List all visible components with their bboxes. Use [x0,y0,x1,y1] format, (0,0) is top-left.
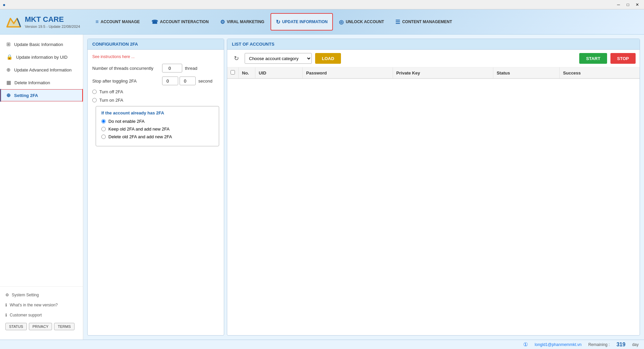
nav-label-content-management: CONTENT MANAGEMENT [402,19,452,24]
radio-delete-old[interactable] [101,135,106,139]
radio-turn-on-2fa[interactable] [92,98,97,102]
conditional-box: If the account already has 2FA Do not en… [96,106,219,146]
keep-old-label: Keep old 2FA and add new 2FA [108,127,169,132]
see-instructions-link[interactable]: See instructions here ... [92,54,219,59]
threads-spinner [162,64,182,72]
customer-support-icon: ℹ [5,313,7,317]
setting-2fa-icon: ⊕ [6,92,11,98]
load-button[interactable]: LOAD [315,53,341,64]
main-content: ⊞ Update Basic Information 🔒 Update info… [0,35,644,340]
nav-item-content-management[interactable]: ☰ CONTENT MANAGEMENT [390,13,457,31]
sidebar-bottom: ⚙ System Setting ℹ What's in the new ver… [0,286,83,336]
list-panel-toolbar: ↻ Choose account category LOAD START STO… [227,50,640,67]
app-container: MKT CARE Version 19.5 - Update 22/08/202… [0,9,644,349]
radio-on-row: Turn on 2FA [92,98,219,103]
minimize-button[interactable]: ─ [614,1,623,8]
sidebar-label-delete-info: Delete Information [14,80,50,85]
sidebar-item-update-advanced[interactable]: ⊕ Update Advanced Information [0,63,83,76]
table-header-row: No. UID Password Private Key Status Succ… [227,67,640,79]
threads-input[interactable] [162,64,182,72]
table-head: No. UID Password Private Key Status Succ… [227,67,640,79]
radio-turn-off-2fa[interactable] [92,90,97,94]
threads-label: Number of threads concurrently [92,66,159,71]
right-content: CONFIGURATION 2FA See instructions here … [83,35,644,340]
stop-label: Stop after toggling 2FA [92,79,159,84]
radio-off-row: Turn off 2FA [92,89,219,94]
sidebar-item-system-setting[interactable]: ⚙ System Setting [0,290,83,300]
stop-row: Stop after toggling 2FA second [92,77,219,85]
sidebar-item-whats-new[interactable]: ℹ What's in the new version? [0,300,83,310]
refresh-button[interactable]: ↻ [231,53,241,63]
update-information-icon: ↻ [276,19,280,25]
logo-text: MKT CARE [25,15,80,24]
start-button[interactable]: START [579,53,607,64]
version-text: Version 19.5 - Update 22/08/2024 [25,24,80,29]
conditional-option-2: Keep old 2FA and add new 2FA [101,127,213,132]
nav-label-account-interaction: ACCOUNT INTERACTION [160,19,209,24]
sidebar-label-setting-2fa: Setting 2FA [14,93,38,98]
nav-label-unlock-account: UNLOCK ACCOUNT [346,19,384,24]
status-button[interactable]: STATUS [5,323,27,330]
conditional-option-1: Do not enable 2FA [101,119,213,124]
category-select[interactable]: Choose account category [245,53,312,64]
status-header: Status [493,67,559,79]
stop-inputs [162,77,196,85]
app-icon: ● [3,2,5,7]
sidebar-item-delete-info[interactable]: ▦ Delete Information [0,76,83,89]
stop-input2[interactable] [180,77,196,85]
conditional-option-3: Delete old 2FA and add new 2FA [101,134,213,139]
privacy-button[interactable]: PRIVACY [29,323,52,330]
customer-support-label: Customer support [10,313,42,317]
sidebar-item-setting-2fa[interactable]: ⊕ Setting 2FA [0,89,83,102]
update-advanced-icon: ⊕ [6,67,11,73]
stop-input1[interactable] [162,77,178,85]
unlock-account-icon: ◎ [339,19,344,25]
sidebar-item-customer-support[interactable]: ℹ Customer support [0,310,83,320]
sidebar-label-update-basic: Update Basic Information [14,42,63,47]
radio-off-label: Turn off 2FA [99,89,123,94]
list-panel-header: LIST OF ACCOUNTS [227,39,640,50]
sidebar-item-update-basic[interactable]: ⊞ Update Basic Information [0,38,83,51]
viral-marketing-icon: ⚙ [220,19,225,25]
delete-old-label: Delete old 2FA and add new 2FA [108,134,172,139]
top-nav: ≡ ACCOUNT MANAGE ☎ ACCOUNT INTERACTION ⚙… [90,13,458,31]
select-all-checkbox[interactable] [231,70,235,74]
nav-label-account-manage: ACCOUNT MANAGE [101,19,140,24]
account-interaction-icon: ☎ [151,19,158,25]
system-setting-label: System Setting [12,293,39,297]
content-management-icon: ☰ [395,19,400,25]
list-panel-title: LIST OF ACCOUNTS [232,42,275,47]
whats-new-label: What's in the new version? [10,303,58,307]
conditional-box-title: If the account already has 2FA [101,110,213,115]
success-header: Success [559,67,640,79]
remaining-label: Remaining : [588,342,610,347]
nav-item-viral-marketing[interactable]: ⚙ VIRAL MARKETING [215,13,270,31]
maximize-button[interactable]: □ [624,1,632,8]
header: MKT CARE Version 19.5 - Update 22/08/202… [0,9,644,35]
sidebar: ⊞ Update Basic Information 🔒 Update info… [0,35,83,340]
system-setting-icon: ⚙ [5,293,9,297]
nav-item-account-manage[interactable]: ≡ ACCOUNT MANAGE [90,13,145,31]
do-not-enable-label: Do not enable 2FA [108,119,145,124]
config-panel-body: See instructions here ... Number of thre… [88,50,224,335]
nav-item-unlock-account[interactable]: ◎ UNLOCK ACCOUNT [334,13,389,31]
terms-button[interactable]: TERMS [54,323,75,330]
remaining-days: 319 [616,342,626,348]
stop-button[interactable]: STOP [610,53,636,64]
nav-item-account-interaction[interactable]: ☎ ACCOUNT INTERACTION [146,13,214,31]
sidebar-item-update-uid[interactable]: 🔒 Update information by UID [0,51,83,63]
uid-header: UID [255,67,303,79]
facebook-icon: ① [523,341,528,348]
close-button[interactable]: ✕ [633,1,641,8]
update-uid-icon: 🔒 [6,54,13,60]
radio-keep-old[interactable] [101,127,106,131]
logo-area: MKT CARE Version 19.5 - Update 22/08/202… [5,15,80,29]
radio-do-not-enable[interactable] [101,119,106,123]
no-header: No. [239,67,255,79]
logo-brand: MKT CARE Version 19.5 - Update 22/08/202… [25,15,80,29]
whats-new-icon: ℹ [5,303,7,307]
radio-on-label: Turn on 2FA [99,98,123,103]
nav-item-update-information[interactable]: ↻ UPDATE INFORMATION [270,13,333,31]
list-panel: LIST OF ACCOUNTS ↻ Choose account catego… [227,39,640,336]
nav-label-update-information: UPDATE INFORMATION [282,19,328,24]
